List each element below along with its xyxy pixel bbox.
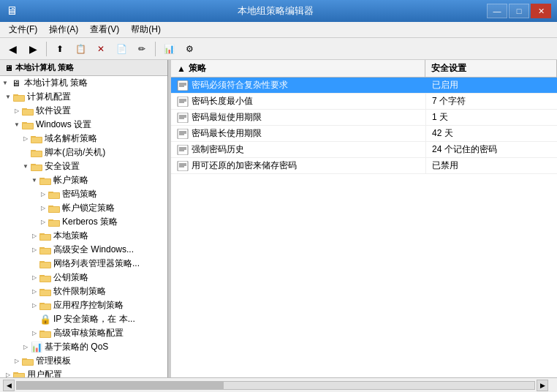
tree-node-pubkey[interactable]: ▷公钥策略	[0, 271, 167, 284]
content-row-minlen[interactable]: 密码长度最小值7 个字符	[171, 94, 557, 110]
tree-scroll-left[interactable]: ◀	[3, 380, 15, 391]
tree-icon-admintpl	[22, 355, 34, 367]
up-button[interactable]: ⬆	[50, 40, 69, 58]
tree-node-password[interactable]: ▷密码策略	[0, 187, 167, 201]
col-policy-header[interactable]: ▲ 策略	[171, 60, 425, 77]
tree-icon-account	[39, 175, 51, 186]
col-security-header[interactable]: 安全设置	[425, 60, 557, 77]
content-row-minage[interactable]: 密码最短使用期限1 天	[171, 110, 557, 126]
content-row-maxage[interactable]: 密码最长使用期限42 天	[171, 126, 557, 142]
security-cell-complexity: 已启用	[425, 78, 557, 93]
tree-toggle-ipsec[interactable]	[29, 314, 39, 325]
tree-node-swrestrict[interactable]: ▷软件限制策略	[0, 284, 167, 298]
tree-icon-password	[48, 189, 60, 200]
tree-node-local[interactable]: ▷本地策略	[0, 229, 167, 243]
menu-help[interactable]: 帮助(H)	[125, 22, 167, 37]
tree-node-netlist[interactable]: 网络列表管理器策略...	[0, 257, 167, 271]
row-icon-minlen	[177, 96, 189, 108]
policy-label-history: 强制密码历史	[192, 143, 244, 156]
tree-toggle-admintpl[interactable]: ▷	[12, 356, 22, 366]
forward-button[interactable]: ▶	[23, 40, 42, 58]
tree-toggle-kerberos[interactable]: ▷	[38, 217, 48, 227]
policy-label-minlen: 密码长度最小值	[192, 95, 253, 108]
settings-button[interactable]: ⚙	[180, 40, 199, 58]
tree-node-lockout[interactable]: ▷帐户锁定策略	[0, 201, 167, 215]
export-button[interactable]: 📊	[159, 40, 178, 58]
tree-toggle-applocker[interactable]: ▷	[29, 301, 39, 311]
tree-node-user[interactable]: ▷用户配置	[0, 368, 167, 377]
tree-node-audit[interactable]: ▷高级审核策略配置	[0, 326, 167, 340]
tree-node-security[interactable]: ▼安全设置	[0, 159, 167, 173]
tree-panel[interactable]: 🖥 本地计算机 策略 ▼🖥本地计算机 策略▼计算机配置▷软件设置▼Windows…	[0, 60, 168, 377]
copy-button[interactable]: 📋	[71, 40, 90, 58]
menu-view[interactable]: 查看(V)	[84, 22, 125, 37]
policy-label-complexity: 密码必须符合复杂性要求	[192, 79, 288, 91]
tree-label-user: 用户配置	[27, 369, 62, 377]
svg-rect-35	[40, 249, 50, 254]
menu-file[interactable]: 文件(F)	[3, 22, 43, 37]
policy-cell-reversible: 用可还原的加密来储存密码	[171, 158, 425, 173]
tree-label-root: 本地计算机 策略	[24, 77, 88, 89]
menu-bar: 文件(F) 操作(A) 查看(V) 帮助(H)	[0, 22, 557, 38]
tree-toggle-lockout[interactable]: ▷	[38, 203, 48, 214]
tree-node-scripts[interactable]: 脚本(启动/关机)	[0, 146, 167, 159]
tree-node-windows[interactable]: ▼Windows 设置	[0, 118, 167, 132]
svg-rect-5	[23, 110, 33, 115]
tree-toggle-pubkey[interactable]: ▷	[29, 273, 39, 283]
tree-toggle-dns[interactable]: ▷	[20, 134, 31, 144]
tree-label-applocker: 应用程序控制策略	[53, 299, 124, 312]
content-row-reversible[interactable]: 用可还原的加密来储存密码已禁用	[171, 158, 557, 174]
tree-toggle-advfw[interactable]: ▷	[29, 245, 39, 255]
minimize-button[interactable]: —	[487, 4, 507, 18]
tree-toggle-security[interactable]: ▼	[20, 162, 31, 172]
tree-toggle-account[interactable]: ▼	[29, 176, 39, 186]
tree-node-account[interactable]: ▼帐户策略	[0, 173, 167, 187]
row-icon-history	[177, 144, 189, 156]
tree-node-root[interactable]: ▼🖥本地计算机 策略	[0, 76, 167, 90]
tree-node-dns[interactable]: ▷域名解析策略	[0, 132, 167, 146]
tree-node-applocker[interactable]: ▷应用程序控制策略	[0, 298, 167, 312]
tree-toggle-swrestrict[interactable]: ▷	[29, 287, 39, 297]
tree-node-admintpl[interactable]: ▷管理模板	[0, 354, 167, 368]
maximize-button[interactable]: □	[509, 4, 529, 18]
tree-label-advfw: 高级安全 Windows...	[53, 244, 134, 256]
tree-toggle-qos[interactable]: ▷	[20, 342, 31, 353]
tree-node-advfw[interactable]: ▷高级安全 Windows...	[0, 243, 167, 257]
tree-toggle-local[interactable]: ▷	[29, 231, 39, 241]
close-button[interactable]: ✕	[531, 4, 551, 18]
tree-label-password: 密码策略	[62, 188, 97, 200]
tree-toggle-audit[interactable]: ▷	[29, 328, 39, 339]
menu-action[interactable]: 操作(A)	[43, 22, 84, 37]
tree-toggle-computer[interactable]: ▼	[3, 92, 13, 102]
status-scrollbar[interactable]	[16, 381, 535, 390]
tree-label-windows: Windows 设置	[36, 118, 91, 131]
tree-toggle-software[interactable]: ▷	[12, 106, 22, 116]
tree-node-computer[interactable]: ▼计算机配置	[0, 90, 167, 104]
properties-button[interactable]: 📄	[112, 40, 131, 58]
tree-toggle-user[interactable]: ▷	[3, 370, 13, 378]
policy-cell-minage: 密码最短使用期限	[171, 110, 425, 125]
tree-node-ipsec[interactable]: 🔒IP 安全策略，在 本...	[0, 312, 167, 326]
tree-scroll-right[interactable]: ▶	[537, 380, 548, 391]
tree-toggle-netlist[interactable]	[29, 259, 39, 269]
tree-toggle-scripts[interactable]	[20, 148, 31, 158]
content-row-complexity[interactable]: 密码必须符合复杂性要求已启用	[171, 78, 557, 94]
tree-node-qos[interactable]: ▷📊基于策略的 QoS	[0, 340, 167, 354]
svg-rect-17	[31, 165, 42, 170]
delete-button[interactable]: ✕	[91, 40, 110, 58]
tree-container: ▼🖥本地计算机 策略▼计算机配置▷软件设置▼Windows 设置▷域名解析策略脚…	[0, 76, 167, 377]
tree-icon-user	[13, 369, 25, 378]
tree-node-software[interactable]: ▷软件设置	[0, 104, 167, 118]
svg-rect-47	[40, 304, 50, 309]
svg-rect-23	[49, 193, 59, 198]
rename-button[interactable]: ✏	[132, 40, 151, 58]
tree-node-kerberos[interactable]: ▷Kerberos 策略	[0, 215, 167, 229]
tree-toggle-password[interactable]: ▷	[38, 189, 48, 200]
content-row-history[interactable]: 强制密码历史24 个记住的密码	[171, 142, 557, 158]
tree-toggle-windows[interactable]: ▼	[12, 120, 22, 130]
tree-icon-pubkey	[39, 272, 51, 284]
tree-toggle-root[interactable]: ▼	[0, 78, 10, 88]
svg-rect-14	[31, 151, 42, 157]
tree-label-admintpl: 管理模板	[36, 355, 71, 367]
back-button[interactable]: ◀	[3, 40, 22, 58]
